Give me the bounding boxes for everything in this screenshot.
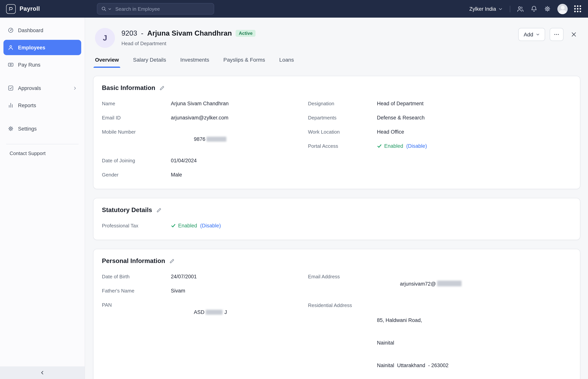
- app-window: Payroll Zylker India: [0, 0, 588, 379]
- header-actions: Add: [518, 28, 580, 41]
- portal-access-disable-link[interactable]: (Disable): [406, 142, 427, 150]
- field-label: Designation: [308, 100, 377, 107]
- sidebar-item-label: Employees: [18, 45, 45, 50]
- search-input[interactable]: [114, 6, 210, 12]
- field-label: Date of Joining: [102, 157, 171, 164]
- bell-icon[interactable]: [531, 5, 538, 12]
- settings-gear-icon: [8, 126, 14, 132]
- edit-pencil-icon[interactable]: [169, 258, 175, 264]
- field-label: Residential Address: [308, 302, 377, 309]
- close-button[interactable]: [568, 28, 580, 41]
- sidebar-item-dashboard[interactable]: Dashboard: [3, 23, 81, 38]
- chevron-right-icon: [73, 86, 77, 90]
- search-icon: [101, 6, 106, 12]
- org-name: Zylker India: [469, 6, 496, 12]
- employee-meta: 9203 - Arjuna Sivam Chandhran Active Hea…: [121, 28, 256, 46]
- field-row: Gender Male: [102, 168, 308, 182]
- field-label: Professional Tax: [102, 222, 171, 229]
- sidebar-spacer: [0, 115, 85, 121]
- edit-pencil-icon[interactable]: [156, 207, 162, 213]
- app-name: Payroll: [19, 5, 40, 12]
- user-avatar[interactable]: [557, 4, 568, 14]
- field-value: Arjuna Sivam Chandhran: [171, 100, 229, 107]
- employees-icon: [8, 44, 14, 50]
- tab-overview[interactable]: Overview: [95, 57, 119, 68]
- field-value: Enabled (Disable): [171, 222, 221, 229]
- users-icon[interactable]: [517, 5, 524, 13]
- field-row: Professional Tax Enabled (Disable): [102, 219, 572, 233]
- employee-title-row: 9203 - Arjuna Sivam Chandhran Active: [121, 29, 256, 37]
- field-value: ASDJ: [171, 301, 227, 323]
- sidebar-item-label: Settings: [18, 126, 37, 131]
- card-title: Personal Information: [102, 257, 165, 265]
- sidebar-item-label: Dashboard: [18, 27, 43, 33]
- field-row: Date of Birth 24/07/2001: [102, 269, 308, 284]
- employee-tabs: Overview Salary Details Investments Pays…: [85, 57, 588, 68]
- sidebar-item-label: Pay Runs: [18, 62, 40, 68]
- add-button-label: Add: [524, 32, 533, 37]
- org-switcher[interactable]: Zylker India: [469, 4, 503, 13]
- search-scope-caret-icon[interactable]: [108, 7, 112, 11]
- professional-tax-status: Enabled: [178, 222, 197, 229]
- field-value: 85, Haldwani Road, Nainital Nainital Utt…: [377, 302, 449, 379]
- field-label: Work Location: [308, 128, 377, 136]
- sidebar-item-label: Reports: [18, 102, 36, 108]
- redacted-value: [437, 281, 462, 286]
- employee-designation: Head of Department: [121, 41, 256, 46]
- field-value: Sivam: [171, 287, 185, 294]
- card-title: Statutory Details: [102, 206, 152, 214]
- tab-investments[interactable]: Investments: [180, 57, 209, 68]
- sidebar: Dashboard Employees Pay Runs Approvals: [0, 18, 85, 379]
- field-label: Mobile Number: [102, 128, 171, 136]
- contact-support-link[interactable]: Contact Support: [0, 150, 85, 156]
- tab-loans[interactable]: Loans: [279, 57, 294, 68]
- sidebar-item-approvals[interactable]: Approvals: [3, 80, 81, 96]
- sidebar-item-employees[interactable]: Employees: [3, 40, 81, 55]
- field-value: 01/04/2024: [171, 157, 197, 164]
- apps-grid-icon[interactable]: [574, 5, 581, 12]
- field-value: Head of Department: [377, 100, 424, 107]
- tab-salary-details[interactable]: Salary Details: [133, 57, 166, 68]
- sidebar-item-reports[interactable]: Reports: [3, 98, 81, 113]
- chevron-down-icon: [498, 7, 503, 11]
- edit-pencil-icon[interactable]: [160, 85, 165, 91]
- portal-access-status: Enabled: [384, 142, 403, 150]
- title-separator: -: [141, 29, 143, 37]
- close-icon: [571, 32, 577, 37]
- personal-information-card: Personal Information Date of Birth 24/07…: [93, 249, 580, 379]
- field-label: Gender: [102, 171, 171, 178]
- sidebar-collapse-button[interactable]: [0, 366, 85, 379]
- field-value: Male: [171, 171, 182, 178]
- tab-payslips-forms[interactable]: Payslips & Forms: [223, 57, 265, 68]
- field-label: PAN: [102, 301, 171, 309]
- field-row: Name Arjuna Sivam Chandhran: [102, 96, 308, 111]
- field-value: arjunsivam72@: [377, 273, 462, 295]
- approvals-icon: [8, 85, 14, 91]
- employee-name: Arjuna Sivam Chandhran: [147, 29, 232, 37]
- sidebar-spacer: [0, 74, 85, 80]
- field-value: Head Office: [377, 128, 404, 136]
- professional-tax-disable-link[interactable]: (Disable): [200, 222, 221, 229]
- search-input-wrapper[interactable]: [97, 3, 214, 15]
- more-options-button[interactable]: [550, 28, 563, 41]
- field-value: Defense & Research: [377, 114, 425, 121]
- reports-icon: [8, 102, 14, 108]
- sidebar-divider: [6, 144, 79, 144]
- field-label: Father's Name: [102, 287, 171, 294]
- topbar: Payroll Zylker India: [0, 0, 588, 18]
- field-label: Name: [102, 100, 171, 107]
- payroll-logo-icon: [6, 4, 16, 14]
- redacted-value: [207, 137, 226, 142]
- gear-icon[interactable]: [544, 5, 551, 12]
- sidebar-item-label: Approvals: [18, 85, 41, 91]
- sidebar-item-pay-runs[interactable]: Pay Runs: [3, 57, 81, 72]
- cards-section: Basic Information Name Arjuna Sivam Chan…: [85, 68, 588, 379]
- field-value: 9876: [171, 128, 226, 150]
- check-icon: [171, 223, 176, 228]
- sidebar-item-settings[interactable]: Settings: [3, 121, 81, 136]
- field-row: Designation Head of Department: [308, 96, 572, 111]
- field-row: Residential Address 85, Haldwani Road, N…: [308, 298, 572, 379]
- add-button[interactable]: Add: [518, 28, 545, 41]
- field-row: Father's Name Sivam: [102, 284, 308, 298]
- field-label: Date of Birth: [102, 273, 171, 280]
